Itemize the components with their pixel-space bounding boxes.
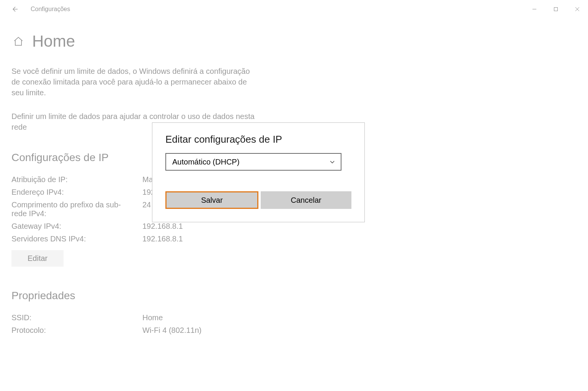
ip-label: Servidores DNS IPv4:	[11, 235, 142, 243]
ip-label: Endereço IPv4:	[11, 188, 142, 197]
minimize-button[interactable]	[524, 2, 545, 17]
prop-value: Wi-Fi 4 (802.11n)	[142, 326, 577, 335]
properties-heading: Propriedades	[11, 290, 577, 302]
app-title: Configurações	[31, 6, 70, 13]
prop-value: Home	[142, 313, 577, 322]
titlebar: Configurações	[0, 0, 588, 18]
dialog-button-row: Salvar Cancelar	[165, 191, 351, 209]
maximize-button[interactable]	[545, 2, 567, 17]
back-button[interactable]	[7, 2, 22, 17]
ip-value: 192.168.8.1	[142, 235, 577, 243]
ip-mode-dropdown[interactable]: Automático (DHCP)	[165, 153, 341, 171]
maximize-icon	[554, 7, 558, 11]
svg-rect-1	[554, 8, 558, 11]
prop-label: Protocolo:	[11, 326, 142, 335]
ip-label: Atribuição de IP:	[11, 175, 142, 184]
page-title: Home	[32, 32, 75, 51]
edit-button[interactable]: Editar	[11, 250, 64, 267]
close-button[interactable]	[567, 2, 588, 17]
ip-label: Gateway IPv4:	[11, 222, 142, 231]
dropdown-value: Automático (DHCP)	[172, 158, 240, 166]
properties-table: SSID: Home Protocolo: Wi-Fi 4 (802.11n)	[11, 313, 577, 335]
ip-label: Comprimento do prefixo da sub-rede IPv4:	[11, 200, 126, 218]
window-controls	[524, 2, 588, 17]
ip-value: 192.168.8.1	[142, 222, 577, 231]
minimize-icon	[532, 7, 537, 11]
dialog-title: Editar configurações de IP	[165, 134, 351, 145]
save-button[interactable]: Salvar	[165, 191, 258, 209]
back-arrow-icon	[11, 6, 18, 13]
close-icon	[575, 7, 580, 11]
page-heading-row: Home	[11, 32, 577, 51]
description-text: Se você definir um limite de dados, o Wi…	[11, 66, 256, 98]
edit-ip-dialog: Editar configurações de IP Automático (D…	[152, 122, 365, 222]
prop-label: SSID:	[11, 313, 142, 322]
cancel-button[interactable]: Cancelar	[261, 191, 351, 209]
chevron-down-icon	[329, 159, 335, 165]
home-icon	[13, 36, 24, 47]
